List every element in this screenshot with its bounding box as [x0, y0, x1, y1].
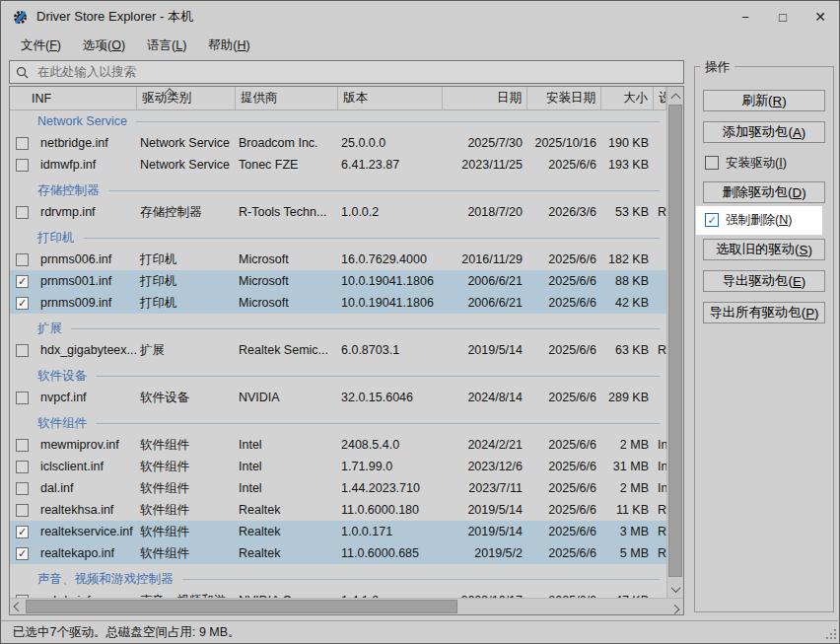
column-header-inf[interactable]: INF [10, 87, 137, 109]
group-header[interactable]: 软件组件 [10, 412, 666, 434]
driver-row[interactable]: iclsclient.inf软件组件Intel1.71.99.02023/12/… [10, 456, 666, 477]
cell-size: 182 KB [601, 252, 654, 266]
install-driver-checkbox-row[interactable]: 安装驱动(I) [705, 154, 787, 172]
driver-row[interactable]: nvhda.inf声音、视频和游...NVIDIA Co...1.4.1.220… [10, 590, 666, 598]
driver-row[interactable]: ✓prnms009.inf打印机Microsoft10.0.19041.1806… [10, 292, 666, 314]
driver-row[interactable]: dal.inf软件组件Intel1.44.2023.7102023/7/1120… [10, 477, 666, 499]
row-checkbox[interactable] [16, 344, 29, 357]
vertical-scrollbar[interactable] [666, 87, 683, 598]
row-checkbox[interactable]: ✓ [16, 297, 29, 310]
cell-date: 2023/7/11 [443, 481, 527, 495]
minimize-icon[interactable]: − [727, 1, 764, 33]
horizontal-scrollbar-thumb[interactable] [26, 600, 457, 613]
menu-language[interactable]: 语言(L) [136, 34, 197, 58]
cell-installed: 2025/10/16 [527, 136, 601, 150]
cell-provider: Microsoft [236, 252, 338, 266]
cell-device: R [654, 205, 666, 219]
cell-category: Network Service [137, 136, 236, 150]
menu-file[interactable]: 文件(F) [10, 34, 72, 58]
maximize-icon[interactable]: □ [764, 1, 802, 33]
column-header-provider[interactable]: 提供商 [236, 87, 338, 109]
select-old-drivers-button[interactable]: 选取旧的驱动(S) [703, 239, 825, 260]
row-checkbox[interactable] [16, 253, 29, 266]
cell-provider: Intel [236, 460, 338, 473]
row-checkbox[interactable] [16, 461, 29, 473]
cell-installed: 2025/6/6 [527, 525, 601, 538]
driver-row[interactable]: ✓realtekservice.inf软件组件Realtek1.0.0.1712… [10, 521, 666, 542]
menu-options[interactable]: 选项(O) [72, 34, 136, 58]
cell-category: 软件设备 [137, 390, 236, 406]
driver-row[interactable]: mewmiprov.inf软件组件Intel2408.5.4.02024/2/2… [10, 434, 666, 456]
cell-inf: dal.inf [37, 481, 137, 495]
column-header-category[interactable]: 驱动类别 [137, 87, 236, 109]
driver-table: INF 驱动类别 提供商 版本 日期 安装日期 大小 设 Network Ser… [9, 86, 684, 615]
driver-row[interactable]: prnms006.inf打印机Microsoft16.0.7629.400020… [10, 249, 666, 270]
delete-driver-package-button[interactable]: 删除驱动包(D) [703, 181, 825, 203]
row-checkbox[interactable]: ✓ [16, 547, 29, 560]
statusbar: 已选中7个驱动。总磁盘空间占用: 9 MB。 [1, 620, 840, 644]
column-header-date[interactable]: 日期 [443, 87, 527, 109]
cell-version: 10.0.19041.1806 [338, 274, 443, 288]
scroll-up-icon[interactable] [667, 87, 684, 103]
cell-category: 软件组件 [137, 545, 236, 562]
cell-installed: 2025/6/6 [527, 503, 601, 517]
cell-version: 1.71.99.0 [338, 460, 443, 473]
scroll-down-icon[interactable] [667, 581, 684, 597]
add-driver-package-button[interactable]: 添加驱动包(A) [703, 121, 825, 143]
row-checkbox[interactable] [16, 504, 29, 517]
row-checkbox[interactable] [16, 392, 29, 404]
group-header[interactable]: 扩展 [10, 318, 666, 339]
group-header[interactable]: 软件设备 [10, 365, 666, 387]
driver-row[interactable]: hdx_gigabyteex...扩展Realtek Semic...6.0.8… [10, 339, 666, 361]
close-icon[interactable]: ✕ [802, 1, 839, 33]
cell-version: 2408.5.4.0 [338, 438, 443, 452]
row-checkbox[interactable] [16, 137, 29, 150]
driver-row[interactable]: rdrvmp.inf存储控制器R-Tools Techn...1.0.0.220… [10, 201, 666, 223]
install-driver-label: 安装驱动(I) [726, 155, 787, 172]
table-header: INF 驱动类别 提供商 版本 日期 安装日期 大小 设 [10, 87, 666, 110]
row-checkbox[interactable]: ✓ [16, 526, 29, 538]
column-header-size[interactable]: 大小 [601, 87, 654, 109]
column-header-install-date[interactable]: 安装日期 [527, 87, 601, 109]
menu-help[interactable]: 帮助(H) [197, 34, 260, 58]
force-delete-label: 强制删除(N) [726, 212, 792, 229]
cell-version: 1.0.0.171 [338, 525, 443, 538]
refresh-button[interactable]: 刷新(R) [703, 90, 825, 111]
row-checkbox[interactable] [16, 439, 29, 452]
group-header[interactable]: 打印机 [10, 227, 666, 249]
cell-version: 32.0.15.6046 [338, 391, 443, 404]
cell-date: 2018/7/20 [443, 205, 527, 219]
horizontal-scrollbar[interactable] [10, 598, 683, 614]
driver-row[interactable]: netbridge.infNetwork ServiceBroadcom Inc… [10, 132, 666, 154]
row-checkbox[interactable] [16, 206, 29, 219]
export-all-driver-packages-button[interactable]: 导出所有驱动包(P) [703, 302, 825, 323]
cell-date: 2006/6/21 [443, 274, 527, 288]
group-header[interactable]: 声音、视频和游戏控制器 [10, 568, 666, 590]
resize-grip-icon[interactable] [826, 629, 828, 631]
row-checkbox[interactable] [16, 159, 29, 172]
group-header[interactable]: Network Service [10, 110, 666, 132]
cell-size: 88 KB [601, 274, 654, 288]
column-header-device[interactable]: 设 [654, 87, 666, 109]
row-checkbox[interactable]: ✓ [16, 275, 29, 288]
driver-row[interactable]: ✓realtekapo.inf软件组件Realtek11.0.6000.6852… [10, 542, 666, 564]
driver-row[interactable]: realtekhsa.inf软件组件Realtek11.0.6000.18020… [10, 499, 666, 521]
group-header[interactable]: 存储控制器 [10, 179, 666, 201]
driver-row[interactable]: nvpcf.inf软件设备NVIDIA32.0.15.60462024/8/14… [10, 387, 666, 408]
export-driver-package-button[interactable]: 导出驱动包(E) [703, 270, 825, 292]
status-text: 已选中7个驱动。总磁盘空间占用: 9 MB。 [13, 624, 241, 641]
driver-row[interactable]: idmwfp.infNetwork ServiceTonec FZE6.41.2… [10, 154, 666, 176]
force-delete-checkbox-row[interactable]: ✓ 强制删除(N) [705, 211, 792, 229]
driver-row[interactable]: ✓prnms001.inf打印机Microsoft10.0.19041.1806… [10, 270, 666, 292]
scroll-left-icon[interactable] [10, 600, 27, 615]
search-input[interactable] [35, 64, 677, 80]
force-delete-checkbox[interactable]: ✓ [705, 213, 719, 227]
row-checkbox[interactable] [16, 482, 29, 495]
cell-version: 11.0.6000.685 [338, 546, 443, 560]
column-header-version[interactable]: 版本 [338, 87, 443, 109]
install-driver-checkbox[interactable] [705, 156, 719, 170]
cell-installed: 2025/6/6 [527, 438, 601, 452]
cell-date: 2006/6/21 [443, 296, 527, 310]
scroll-right-icon[interactable] [666, 600, 683, 615]
vertical-scrollbar-thumb[interactable] [668, 105, 682, 577]
